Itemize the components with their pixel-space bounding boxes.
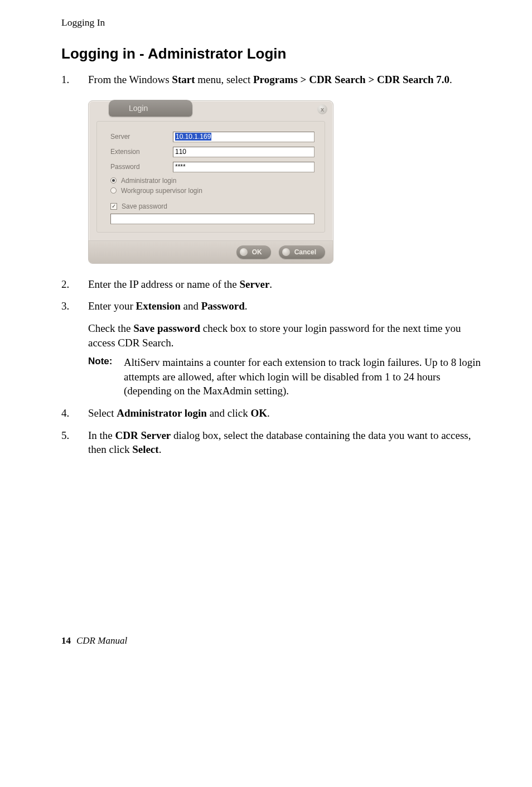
step-2: 2. Enter the IP address or name of the S… <box>61 277 482 292</box>
path-bold: Programs > CDR Search > CDR Search 7.0 <box>253 74 449 85</box>
radio-icon <box>110 187 117 194</box>
start-bold: Start <box>172 74 195 85</box>
admin-login-radio[interactable]: Administrator login <box>110 177 315 185</box>
text: Check the <box>88 322 133 334</box>
text: Select <box>88 407 117 419</box>
text: and <box>181 300 201 312</box>
login-title-tab: Login <box>109 100 192 117</box>
save-password-bold: Save password <box>133 322 200 334</box>
page-number: 14 <box>61 635 71 646</box>
step-4-text: Select Administrator login and click OK. <box>88 406 482 421</box>
extension-bold: Extension <box>136 300 180 312</box>
button-dot-icon <box>240 248 248 256</box>
section-title: Logging in - Administrator Login <box>61 45 482 62</box>
note-block: Note: AltiServ maintains a counter for e… <box>88 355 482 398</box>
server-bold: Server <box>240 278 270 290</box>
save-password-field[interactable] <box>110 214 315 224</box>
password-input[interactable]: **** <box>173 162 315 172</box>
step-2-text: Enter the IP address or name of the Serv… <box>88 277 482 292</box>
button-dot-icon <box>282 248 290 256</box>
workgroup-login-label: Workgroup supervisor login <box>121 187 202 195</box>
ok-bold: OK <box>250 407 267 419</box>
step-5-number: 5. <box>61 428 88 457</box>
save-password-label: Save password <box>122 202 167 210</box>
password-bold: Password <box>201 300 245 312</box>
extension-row: Extension 110 <box>110 147 315 157</box>
text: menu, select <box>195 74 253 85</box>
extension-input[interactable]: 110 <box>173 147 315 157</box>
running-head: Logging In <box>61 17 482 28</box>
page-footer: 14CDR Manual <box>61 635 482 646</box>
text: . <box>267 407 270 419</box>
text: Enter the IP address or name of the <box>88 278 240 290</box>
ok-button[interactable]: OK <box>236 245 271 259</box>
close-icon[interactable]: x <box>317 104 327 114</box>
footer-title: CDR Manual <box>76 635 127 646</box>
password-row: Password **** <box>110 162 315 172</box>
dialog-button-bar: OK Cancel <box>89 240 333 263</box>
step-3-substep: Check the Save password check box to sto… <box>88 321 482 350</box>
select-bold: Select <box>132 443 158 455</box>
cdr-server-bold: CDR Server <box>115 429 171 441</box>
text: . <box>269 278 272 290</box>
step-4: 4. Select Administrator login and click … <box>61 406 482 421</box>
login-form: Server 10.10.1.169 Extension 110 Passwor… <box>96 121 325 233</box>
server-value: 10.10.1.169 <box>175 133 211 141</box>
checkbox-icon: ✓ <box>110 203 117 210</box>
server-label: Server <box>110 133 173 141</box>
note-label: Note: <box>88 355 124 398</box>
text: Enter your <box>88 300 136 312</box>
text: . <box>449 74 452 85</box>
extension-label: Extension <box>110 148 173 156</box>
step-3: 3. Enter your Extension and Password. <box>61 299 482 313</box>
step-1-number: 1. <box>61 73 88 87</box>
admin-login-bold: Administrator login <box>117 407 207 419</box>
password-label: Password <box>110 163 173 171</box>
ok-label: OK <box>252 248 262 256</box>
save-password-checkbox[interactable]: ✓ Save password <box>110 202 315 210</box>
step-1-text: From the Windows Start menu, select Prog… <box>88 73 482 87</box>
workgroup-login-radio[interactable]: Workgroup supervisor login <box>110 187 315 195</box>
radio-icon <box>110 177 117 184</box>
server-input[interactable]: 10.10.1.169 <box>173 132 315 142</box>
text: . <box>245 300 248 312</box>
cancel-label: Cancel <box>294 248 316 256</box>
step-3-text: Enter your Extension and Password. <box>88 299 482 313</box>
login-dialog: Login x Server 10.10.1.169 Extension 110… <box>88 100 333 264</box>
step-4-number: 4. <box>61 406 88 421</box>
text: and click <box>207 407 251 419</box>
step-5-text: In the CDR Server dialog box, select the… <box>88 428 482 457</box>
text: From the Windows <box>88 74 172 85</box>
admin-login-label: Administrator login <box>121 177 176 185</box>
step-3-number: 3. <box>61 299 88 313</box>
text: . <box>159 443 162 455</box>
step-2-number: 2. <box>61 277 88 292</box>
server-row: Server 10.10.1.169 <box>110 132 315 142</box>
text: In the <box>88 429 115 441</box>
note-text: AltiServ maintains a counter for each ex… <box>124 355 482 398</box>
step-5: 5. In the CDR Server dialog box, select … <box>61 428 482 457</box>
step-1: 1. From the Windows Start menu, select P… <box>61 73 482 87</box>
cancel-button[interactable]: Cancel <box>279 245 325 259</box>
